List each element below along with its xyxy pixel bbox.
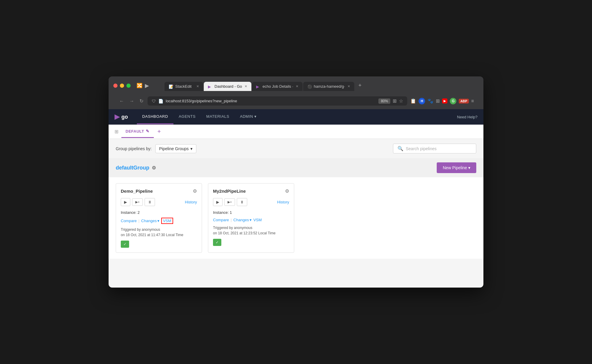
play-gate-button-demo[interactable]: ▶+ [132, 198, 143, 206]
nav-dashboard[interactable]: DASHBOARD [137, 109, 173, 124]
vsm-link-2nd[interactable]: VSM [253, 218, 262, 222]
title-bar: 🔀 ▶ 📝 StackEdit ✕ ▶ Dashboard - Go ✕ ▶ e… [109, 76, 483, 109]
dashboard-icon: ▶ [208, 84, 212, 89]
tab-github[interactable]: ⚫ hamza-hameed/g· ✕ [303, 82, 354, 91]
pause-icon-demo [148, 200, 152, 204]
card-links-2nd: Compare | Changes ▾ VSM [213, 218, 289, 222]
search-input[interactable] [406, 146, 471, 151]
tab-edit-icon[interactable]: ✎ [146, 129, 150, 134]
changes-dropdown-demo[interactable]: Changes ▾ [141, 219, 159, 223]
pipeline-group-section: defaultGroup ⚙ New Pipeline ▾ [109, 158, 483, 177]
adblock-icon[interactable]: ABP [459, 99, 469, 103]
history-link-demo[interactable]: History [185, 200, 197, 204]
close-button[interactable] [113, 84, 118, 88]
play-gate-button-2nd[interactable]: ▶+ [224, 198, 235, 206]
echo-icon: ▶ [256, 84, 260, 89]
pipeline-actions-demo: ▶+ History [121, 198, 197, 206]
close-tab-github[interactable]: ✕ [347, 84, 350, 88]
menu-icon[interactable]: ≡ [471, 98, 474, 104]
pipeline-card-2nd: My2ndPipeLine ⚙ ▶+ History [208, 183, 294, 253]
tab-stackedit-label: StackEdit [175, 84, 192, 89]
play-gate-icon-demo: ▶+ [135, 200, 140, 204]
pause-button-2nd[interactable] [237, 198, 247, 206]
grid-icon: ⊞ [115, 129, 118, 134]
group-by-left: Group pipelines by: Pipeline Groups ▾ [116, 144, 196, 153]
browser-window: 🔀 ▶ 📝 StackEdit ✕ ▶ Dashboard - Go ✕ ▶ e… [109, 76, 483, 288]
history-link-2nd[interactable]: History [277, 200, 289, 204]
tab-dashboard[interactable]: ▶ Dashboard - Go ✕ [204, 82, 251, 91]
triggered-by-demo: Triggered by anonymous on 18 Oct, 2021 a… [121, 227, 197, 238]
tab-default[interactable]: DEFAULT ✎ [121, 125, 154, 138]
search-icon: 🔍 [397, 146, 403, 151]
youtube-icon[interactable]: ▶ [442, 98, 447, 103]
tabs-row: 📝 StackEdit ✕ ▶ Dashboard - Go ✕ ▶ echo … [165, 80, 479, 91]
compare-link-demo[interactable]: Compare [121, 219, 137, 223]
group-name: defaultGroup [116, 165, 149, 171]
vsm-link-demo[interactable]: VSM [161, 218, 173, 224]
pipeline-group-value: Pipeline Groups [159, 146, 189, 151]
card-links-demo: Compare | Changes ▾ VSM [121, 218, 197, 224]
pipeline-group-select[interactable]: Pipeline Groups ▾ [155, 144, 197, 153]
play-button-demo[interactable] [121, 198, 130, 206]
title-bar-top: 🔀 ▶ 📝 StackEdit ✕ ▶ Dashboard - Go ✕ ▶ e… [113, 80, 479, 91]
tab-github-label: hamza-hameed/g· [314, 84, 345, 89]
instance-label-2nd: Instance: 1 [213, 210, 289, 215]
play-gate-icon-2nd: ▶+ [228, 200, 232, 204]
close-tab-dashboard[interactable]: ✕ [245, 84, 247, 88]
changes-dropdown-2nd[interactable]: Changes ▾ [234, 218, 252, 222]
instance-label-demo: Instance: 2 [121, 210, 197, 215]
play-button-2nd[interactable] [213, 198, 223, 206]
new-pipeline-button[interactable]: New Pipeline ▾ [437, 162, 476, 173]
minimize-button[interactable] [120, 84, 124, 88]
github-icon: ⚫ [307, 84, 311, 89]
maximize-button[interactable] [126, 84, 131, 88]
address-bar: ← → ↻ 🛡 📄 localhost:8153/go/pipelines?ne… [113, 94, 479, 109]
close-tab-stackedit[interactable]: ✕ [196, 84, 199, 88]
pocket-icon[interactable]: 📋 [410, 98, 416, 104]
pipeline-settings-icon-2nd[interactable]: ⚙ [285, 188, 289, 194]
address-input[interactable]: 🛡 📄 localhost:8153/go/pipelines?new_pipe… [148, 96, 407, 106]
pipeline-name-2nd: My2ndPipeLine [213, 189, 246, 194]
url-text: localhost:8153/go/pipelines?new_pipeline [166, 99, 376, 103]
group-settings-icon[interactable]: ⚙ [152, 165, 156, 171]
tab-stackedit[interactable]: 📝 StackEdit ✕ [165, 82, 203, 91]
triggered-by-2nd: Triggered by anonymous on 18 Oct, 2021 a… [213, 225, 289, 236]
pipeline-actions-2nd: ▶+ History [213, 198, 289, 206]
g-icon[interactable]: G [450, 98, 456, 104]
new-tab-button[interactable]: + [355, 80, 365, 91]
nav-agents[interactable]: AGENTS [173, 109, 201, 124]
pause-button-demo[interactable] [145, 198, 155, 206]
changes-chevron-icon-2nd: ▾ [250, 218, 252, 222]
nav-links: DASHBOARD AGENTS MATERIALS ADMIN ▾ [137, 109, 457, 124]
tab-echo[interactable]: ▶ echo Job Details · ✕ [252, 82, 303, 91]
compare-link-2nd[interactable]: Compare [213, 218, 229, 222]
pipeline-settings-icon-demo[interactable]: ⚙ [193, 188, 197, 194]
forward-button[interactable]: → [128, 97, 135, 105]
reload-button[interactable]: ↻ [138, 97, 145, 105]
add-tab-button[interactable]: + [155, 126, 163, 137]
group-title: defaultGroup ⚙ [116, 165, 156, 171]
apps-icon[interactable]: ⊞ [436, 98, 440, 104]
group-by-label: Group pipelines by: [116, 146, 152, 151]
changes-chevron-icon-demo: ▾ [157, 219, 159, 223]
app-content: ▶ go DASHBOARD AGENTS MATERIALS ADMIN ▾ … [109, 109, 483, 288]
pipeline-card-header-demo: Demo_Pipeline ⚙ [121, 188, 197, 194]
group-tabs: ⊞ DEFAULT ✎ + [109, 125, 483, 139]
main-content: ⊞ DEFAULT ✎ + Group pipelines by: Pipeli… [109, 125, 483, 259]
group-by-bar: Group pipelines by: Pipeline Groups ▾ 🔍 [109, 139, 483, 158]
check-icon-2nd [216, 240, 219, 244]
nav-materials[interactable]: MATERIALS [201, 109, 234, 124]
go-logo[interactable]: ▶ go [115, 113, 128, 121]
pipeline-card-demo: Demo_Pipeline ⚙ ▶+ History [116, 183, 202, 253]
need-help-link[interactable]: Need Help? [457, 115, 477, 119]
pipeline-name-demo: Demo_Pipeline [121, 189, 153, 194]
h-icon[interactable]: H [419, 98, 425, 104]
close-tab-echo[interactable]: ✕ [296, 84, 298, 88]
back-button[interactable]: ← [118, 97, 125, 105]
status-badge-2nd [213, 239, 221, 246]
check-icon-demo [123, 242, 126, 246]
paw-icon[interactable]: 🐾 [427, 98, 433, 104]
go-logo-text: go [121, 114, 128, 120]
nav-admin[interactable]: ADMIN ▾ [235, 109, 262, 124]
go-logo-icon: ▶ [115, 113, 120, 121]
